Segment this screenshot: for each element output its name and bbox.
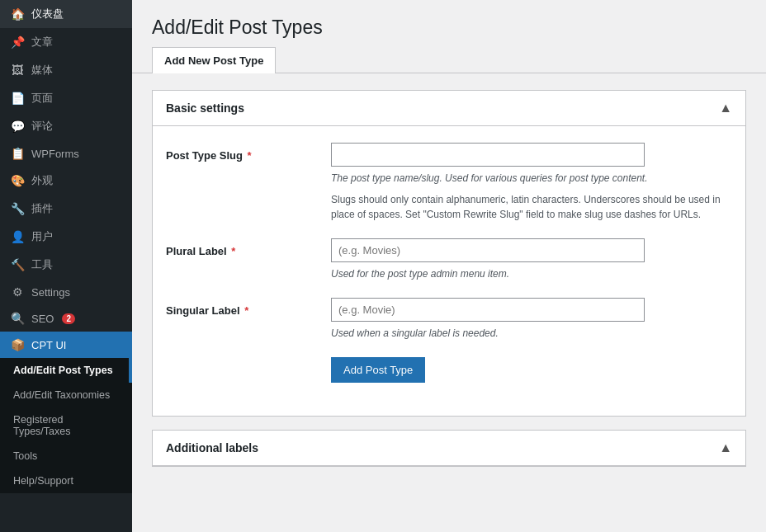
singular-label-input[interactable]: [331, 298, 645, 322]
sidebar: 🏠 仪表盘 📌 文章 🖼 媒体 📄 页面 💬 评论 📋 WPForms 🎨 外观…: [0, 0, 132, 532]
basic-settings-body: Post Type Slug * The post type name/slug…: [153, 126, 745, 416]
active-indicator: [129, 358, 132, 383]
sidebar-item-users[interactable]: 👤 用户: [0, 223, 132, 251]
sidebar-submenu-item-add-edit-taxonomies[interactable]: Add/Edit Taxonomies: [0, 383, 132, 407]
add-button-field: Add Post Type: [331, 357, 732, 383]
singular-label-row: Singular Label * Used when a singular la…: [166, 298, 732, 341]
dashboard-icon: 🏠: [10, 7, 25, 21]
add-post-type-row: Add Post Type: [166, 357, 732, 383]
users-icon: 👤: [10, 230, 25, 243]
sidebar-item-label: 文章: [31, 35, 53, 49]
tools-icon: 🔨: [10, 258, 25, 271]
sidebar-item-label: 用户: [31, 229, 53, 244]
sidebar-submenu-item-registered-types[interactable]: Registered Types/Taxes: [0, 407, 132, 444]
sidebar-item-wpforms[interactable]: 📋 WPForms: [0, 140, 132, 167]
page-title: Add/Edit Post Types: [152, 16, 746, 39]
post-type-slug-field: The post type name/slug. Used for variou…: [331, 143, 732, 222]
required-star: *: [229, 245, 236, 257]
posts-icon: 📌: [10, 35, 25, 49]
sidebar-item-label: 仪表盘: [31, 7, 64, 21]
sidebar-item-dashboard[interactable]: 🏠 仪表盘: [0, 0, 132, 28]
required-star: *: [242, 304, 249, 317]
media-icon: 🖼: [10, 64, 25, 77]
sidebar-item-cpt-ui[interactable]: 📦 CPT UI: [0, 332, 132, 358]
plural-label-row: Plural Label * Used for the post type ad…: [166, 238, 732, 281]
sidebar-submenu-item-help-support[interactable]: Help/Support: [0, 468, 132, 493]
slug-description1: The post type name/slug. Used for variou…: [331, 171, 732, 186]
sidebar-item-label: 外观: [31, 173, 53, 188]
pages-icon: 📄: [10, 92, 25, 105]
basic-settings-section: Basic settings ▲ Post Type Slug * The po…: [152, 90, 746, 417]
plural-label-desc: Used for the post type admin menu item.: [331, 266, 732, 281]
wpforms-icon: 📋: [10, 147, 25, 160]
singular-label-label: Singular Label *: [166, 298, 331, 317]
seo-icon: 🔍: [10, 312, 25, 325]
submenu-label: Registered Types/Taxes: [13, 414, 122, 437]
plural-label-label: Plural Label *: [166, 238, 331, 257]
required-star: *: [244, 149, 252, 162]
additional-labels-header[interactable]: Additional labels ▲: [153, 431, 745, 466]
sidebar-item-label: 页面: [31, 91, 53, 106]
sidebar-item-media[interactable]: 🖼 媒体: [0, 56, 132, 84]
page-header: Add/Edit Post Types: [132, 0, 766, 47]
post-type-slug-label: Post Type Slug *: [166, 143, 331, 162]
add-post-type-button[interactable]: Add Post Type: [331, 357, 425, 383]
sidebar-item-label: SEO: [31, 313, 54, 325]
sidebar-item-label: Settings: [31, 286, 70, 299]
sidebar-submenu-item-add-edit-post-types[interactable]: Add/Edit Post Types: [0, 358, 132, 383]
comments-icon: 💬: [10, 120, 25, 133]
additional-labels-title: Additional labels: [166, 441, 258, 454]
settings-icon: ⚙: [10, 285, 25, 299]
submenu-label: Tools: [13, 450, 37, 462]
slug-description2: Slugs should only contain alphanumeric, …: [331, 192, 732, 222]
sidebar-item-label: CPT UI: [31, 339, 66, 351]
additional-labels-section: Additional labels ▲: [152, 430, 746, 467]
sidebar-item-posts[interactable]: 📌 文章: [0, 28, 132, 56]
sidebar-item-tools[interactable]: 🔨 工具: [0, 251, 132, 279]
main-content: Add/Edit Post Types Add New Post Type Ba…: [132, 0, 766, 532]
appearance-icon: 🎨: [10, 174, 25, 187]
seo-badge: 2: [62, 313, 75, 324]
sidebar-item-plugins[interactable]: 🔧 插件: [0, 195, 132, 223]
post-type-slug-row: Post Type Slug * The post type name/slug…: [166, 143, 732, 222]
singular-label-field: Used when a singular label is needed.: [331, 298, 732, 341]
sidebar-item-comments[interactable]: 💬 评论: [0, 112, 132, 140]
sidebar-item-settings[interactable]: ⚙ Settings: [0, 279, 132, 305]
sidebar-item-label: 评论: [31, 119, 53, 134]
sidebar-submenu-item-tools[interactable]: Tools: [0, 444, 132, 468]
content-area: Basic settings ▲ Post Type Slug * The po…: [132, 73, 766, 532]
plugins-icon: 🔧: [10, 202, 25, 215]
collapse-icon-2: ▲: [719, 440, 732, 455]
basic-settings-title: Basic settings: [166, 101, 244, 115]
post-type-slug-input[interactable]: [331, 143, 645, 167]
tab-add-new[interactable]: Add New Post Type: [152, 47, 276, 73]
sidebar-item-label: 媒体: [31, 63, 53, 78]
plural-label-field: Used for the post type admin menu item.: [331, 238, 732, 281]
singular-label-desc: Used when a singular label is needed.: [331, 326, 732, 341]
plural-label-input[interactable]: [331, 238, 645, 262]
collapse-icon: ▲: [719, 101, 732, 115]
add-button-spacer: [166, 357, 331, 364]
cpt-icon: 📦: [10, 338, 25, 351]
sidebar-item-appearance[interactable]: 🎨 外观: [0, 167, 132, 195]
submenu-label: Add/Edit Taxonomies: [13, 389, 110, 401]
submenu-label: Help/Support: [13, 475, 73, 487]
sidebar-item-pages[interactable]: 📄 页面: [0, 84, 132, 112]
sidebar-item-label: 工具: [31, 257, 53, 272]
tabs-bar: Add New Post Type: [132, 47, 766, 73]
sidebar-item-label: WPForms: [31, 148, 79, 160]
sidebar-item-label: 插件: [31, 201, 53, 216]
submenu-label: Add/Edit Post Types: [13, 365, 113, 376]
sidebar-item-seo[interactable]: 🔍 SEO 2: [0, 305, 132, 332]
basic-settings-header[interactable]: Basic settings ▲: [153, 91, 745, 126]
cpt-submenu: Add/Edit Post Types Add/Edit Taxonomies …: [0, 358, 132, 493]
